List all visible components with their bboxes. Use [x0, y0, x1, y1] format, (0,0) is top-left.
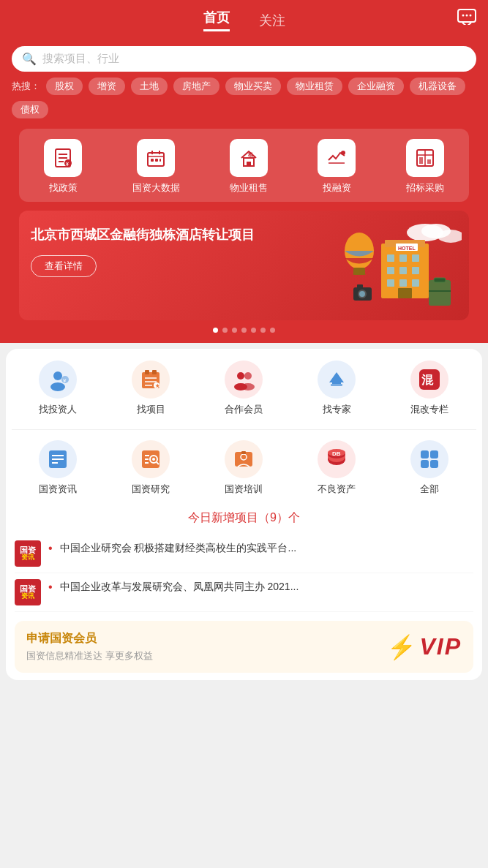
- guozi-training-icon: [225, 440, 263, 478]
- dot-1: [213, 328, 218, 333]
- app-container: 首页 关注 🔍 搜索项目、行业 热搜： 股权 增资 土地 房地产: [0, 0, 488, 868]
- hot-tag-debt[interactable]: 债权: [12, 101, 48, 118]
- news-text-1: 中国企业研究会 积极搭建财经类高校生的实践平台...: [60, 540, 473, 556]
- menu-all[interactable]: 全部: [388, 440, 471, 496]
- svg-rect-93: [430, 450, 438, 458]
- news-badge-bottom-2: 资讯: [21, 593, 34, 600]
- hot-tag-property-trade[interactable]: 物业买卖: [225, 78, 281, 95]
- bad-assets-icon: DB: [318, 440, 356, 478]
- dot-5: [251, 328, 256, 333]
- svg-rect-36: [412, 267, 419, 274]
- dot-7: [270, 328, 275, 333]
- tab-follow[interactable]: 关注: [259, 12, 285, 29]
- today-new-projects: 今日新增项目（9）个: [12, 505, 476, 535]
- news-badge-bottom-1: 资讯: [21, 554, 34, 562]
- svg-rect-37: [387, 279, 394, 287]
- top-icon-menu: ¥ 找政策: [19, 129, 469, 202]
- tender-label: 招标采购: [406, 181, 444, 195]
- project-icon: ★: [132, 361, 170, 399]
- hot-tag-land[interactable]: 土地: [131, 78, 168, 95]
- second-icon-grid: ¥ 找投资人 ★: [12, 361, 476, 422]
- hot-tag-property-rent[interactable]: 物业租赁: [287, 78, 342, 95]
- svg-point-51: [359, 291, 365, 297]
- banner-illustration: HOTEL: [315, 218, 462, 313]
- menu-item-tender[interactable]: 招标采购: [406, 139, 444, 195]
- hot-tag-zengzi[interactable]: 增资: [89, 78, 125, 95]
- svg-rect-59: [152, 370, 157, 374]
- member-label: 合作会员: [225, 403, 263, 416]
- divider-1: [12, 429, 476, 430]
- policy-icon-box: ¥: [44, 139, 82, 177]
- menu-project[interactable]: ★ 找项目: [109, 361, 192, 416]
- menu-guozi-news[interactable]: 国资资讯: [16, 440, 100, 496]
- svg-rect-47: [434, 278, 446, 282]
- svg-rect-32: [399, 254, 407, 262]
- banner-detail-button[interactable]: 查看详情: [31, 255, 97, 277]
- svg-rect-15: [247, 162, 251, 166]
- svg-rect-11: [151, 159, 154, 162]
- top-icon-menu-section: ¥ 找政策: [12, 129, 476, 202]
- policy-label: 找政策: [49, 181, 78, 195]
- banner-section: 北京市西城区金融街独栋酒店转让项目 查看详情: [12, 202, 476, 343]
- hot-tag-enterprise[interactable]: 企业融资: [348, 78, 404, 95]
- hot-tag-realestate[interactable]: 房地产: [173, 78, 219, 95]
- hot-tag-equity[interactable]: 股权: [46, 78, 83, 95]
- hot-tag-machine[interactable]: 机器设备: [410, 78, 465, 95]
- message-icon[interactable]: [457, 9, 476, 29]
- svg-rect-12: [155, 159, 158, 162]
- menu-mixed-reform[interactable]: 混 混改专栏: [388, 361, 471, 416]
- investor-icon: ¥: [39, 361, 77, 399]
- dot-6: [260, 328, 266, 333]
- white-card-section: ¥ 找投资人 ★: [6, 349, 482, 680]
- vip-text: VIP: [419, 633, 462, 660]
- invest-label: 投融资: [323, 181, 351, 195]
- tab-home[interactable]: 首页: [203, 9, 230, 31]
- member-icon: [225, 361, 263, 399]
- expert-label: 找专家: [323, 403, 351, 416]
- news-section: 国资 资讯 • 中国企业研究会 积极搭建财经类高校生的实践平台... 国资 资讯…: [12, 535, 476, 612]
- bigdata-icon-box: [137, 139, 175, 177]
- news-item-2[interactable]: 国资 资讯 • 中国企业改革与发展研究会、凤凰网共同主办 2021...: [15, 573, 473, 612]
- banner: 北京市西城区金融街独栋酒店转让项目 查看详情: [19, 211, 469, 320]
- search-bar[interactable]: 🔍 搜索项目、行业: [12, 46, 476, 72]
- menu-guozi-research[interactable]: 国资研究: [109, 440, 192, 496]
- svg-rect-94: [421, 460, 429, 468]
- svg-rect-58: [145, 370, 149, 374]
- menu-guozi-training[interactable]: 国资培训: [202, 440, 285, 496]
- svg-text:DB: DB: [332, 450, 341, 457]
- svg-rect-92: [421, 450, 429, 458]
- expert-icon: [318, 361, 356, 399]
- menu-bad-assets[interactable]: DB 不良资产: [295, 440, 378, 496]
- menu-member[interactable]: 合作会员: [202, 361, 285, 416]
- vip-title: 申请国资会员: [26, 631, 153, 646]
- menu-item-policy[interactable]: ¥ 找政策: [44, 139, 82, 195]
- menu-investor[interactable]: ¥ 找投资人: [16, 361, 100, 416]
- news-dot-2: •: [48, 581, 53, 594]
- menu-item-bigdata[interactable]: 国资大数据: [132, 139, 180, 195]
- all-label: 全部: [420, 483, 439, 496]
- all-icon: [410, 440, 448, 478]
- news-item-1[interactable]: 国资 资讯 • 中国企业研究会 积极搭建财经类高校生的实践平台...: [15, 535, 473, 573]
- svg-text:★: ★: [155, 383, 160, 388]
- svg-point-53: [53, 371, 62, 380]
- svg-point-68: [241, 383, 255, 390]
- menu-item-invest[interactable]: 投融资: [318, 139, 356, 195]
- dot-3: [232, 328, 237, 333]
- dot-2: [222, 328, 228, 333]
- mixed-reform-icon: 混: [410, 361, 448, 399]
- svg-text:混: 混: [421, 374, 434, 386]
- bigdata-label: 国资大数据: [132, 181, 180, 195]
- vip-subtitle: 国资信息精准送达 享更多权益: [26, 649, 153, 663]
- menu-item-property[interactable]: 租 物业租售: [230, 139, 268, 195]
- svg-rect-40: [398, 288, 412, 298]
- vip-banner[interactable]: 申请国资会员 国资信息精准送达 享更多权益 ⚡ VIP: [15, 621, 473, 673]
- svg-text:租: 租: [247, 152, 254, 157]
- svg-rect-46: [429, 280, 451, 306]
- dot-4: [241, 328, 247, 333]
- invest-icon-box: [318, 139, 356, 177]
- hot-search: 热搜： 股权 增资 土地 房地产 物业买卖 物业租赁 企业融资 机器设备 债权: [12, 78, 476, 129]
- banner-title: 北京市西城区金融街独栋酒店转让项目: [31, 225, 266, 245]
- investor-label: 找投资人: [39, 403, 77, 416]
- svg-point-65: [237, 372, 244, 380]
- menu-expert[interactable]: 找专家: [295, 361, 378, 416]
